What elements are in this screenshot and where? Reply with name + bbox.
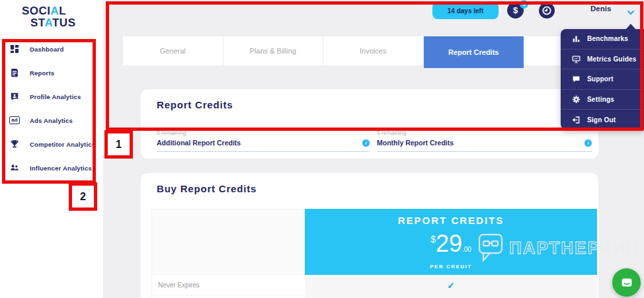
monthly-credits-remaining: 5 remaining [377, 130, 592, 136]
chat-smile-icon [620, 276, 634, 290]
trophy-icon [9, 139, 20, 149]
report-credits-title: Report Credits [157, 99, 233, 110]
chat-bubble-icon [571, 75, 581, 84]
sidebar-item-label: Influencer Analytics [30, 165, 92, 172]
pricing-table-empty-header [151, 209, 305, 275]
tab-plans-billing[interactable]: Plans & Billing [223, 36, 324, 65]
table-row-partial [151, 295, 597, 298]
sidebar-item-reports[interactable]: Reports [0, 65, 103, 81]
buy-report-credits-title: Buy Report Credits [157, 183, 257, 194]
sidebar-item-label: Reports [30, 69, 54, 77]
sidebar-item-profile-analytics[interactable]: Profile Analytics [0, 89, 103, 104]
credits-count-badge: 5 [520, 0, 528, 9]
additional-credits-label: Additional Report Credits [157, 139, 241, 147]
tab-invoices[interactable]: Invoices [323, 36, 424, 65]
report-document-icon [9, 67, 20, 78]
app-window: SOCIAL STATUS Dashboard Reports Profile … [0, 0, 644, 298]
monthly-credits-field: 5 remaining Monthly Report Credits i [377, 130, 592, 152]
monthly-credits-label: Monthly Report Credits [377, 139, 454, 147]
sidebar-item-label: Competitor Analytics [30, 141, 95, 148]
user-dropdown-menu: Benchmarks Metrics Guides Support Settin… [561, 29, 644, 130]
sidebar-item-label: Dashboard [30, 46, 63, 53]
sidebar-item-influencer-analytics[interactable]: Influencer Analytics [0, 160, 103, 176]
sidebar-item-competitor-analytics[interactable]: Competitor Analytics [0, 136, 103, 152]
menu-item-metrics-guides[interactable]: Metrics Guides [561, 50, 644, 70]
people-icon [9, 163, 20, 173]
sign-out-icon [571, 115, 581, 124]
plan-currency: $ [430, 234, 436, 244]
checkmark-icon: ✓ [305, 275, 597, 295]
menu-item-sign-out[interactable]: Sign Out [561, 110, 644, 130]
dashboard-grid-icon [9, 44, 20, 54]
report-credits-plan-header: REPORT CREDITS $29.00 PER CREDIT [305, 209, 597, 275]
gear-icon [571, 95, 581, 104]
feature-cell: Never Expires [151, 275, 305, 295]
menu-item-settings[interactable]: Settings [561, 90, 644, 110]
plan-price: $29.00 [430, 227, 471, 262]
chevron-down-icon[interactable] [627, 6, 635, 18]
info-icon[interactable]: i [584, 139, 592, 147]
sidebar-item-label: Ads Analytics [30, 117, 73, 124]
ad-box-icon: ad [9, 115, 20, 126]
plan-per-credit-label: PER CREDIT [430, 264, 471, 270]
menu-item-benchmarks[interactable]: Benchmarks [561, 29, 644, 50]
menu-item-support[interactable]: Support [561, 69, 644, 90]
profile-card-icon [9, 91, 20, 102]
field-underline [157, 151, 370, 152]
user-menu-trigger[interactable]: Denis [590, 5, 611, 13]
annotation-label-2: 2 [69, 182, 97, 211]
table-row-never-expires: Never Expires ✓ [151, 275, 597, 295]
additional-credits-field: 0 remaining Additional Report Credits i [157, 130, 370, 152]
tab-general[interactable]: General [123, 36, 223, 65]
sidebar-item-ads-analytics[interactable]: ad Ads Analytics [0, 112, 103, 128]
history-clock-icon[interactable] [539, 3, 555, 19]
pricing-table: REPORT CREDITS $29.00 PER CREDIT Never E… [151, 209, 597, 298]
sidebar-item-label: Profile Analytics [30, 93, 81, 100]
field-underline [377, 151, 592, 152]
info-icon[interactable]: i [362, 139, 370, 147]
plan-name: REPORT CREDITS [398, 215, 504, 226]
live-chat-button[interactable] [612, 268, 641, 297]
settings-tabs-bar: General Plans & Billing Invoices Report … [123, 36, 607, 65]
additional-credits-remaining: 0 remaining [157, 130, 370, 136]
social-status-logo[interactable]: SOCIAL STATUS [22, 5, 75, 29]
bar-chart-icon [571, 34, 581, 44]
sidebar-item-dashboard[interactable]: Dashboard [0, 41, 103, 57]
trial-days-badge[interactable]: 14 days left [432, 2, 499, 19]
monitor-icon [571, 54, 581, 63]
tab-report-credits[interactable]: Report Credits [424, 36, 524, 68]
